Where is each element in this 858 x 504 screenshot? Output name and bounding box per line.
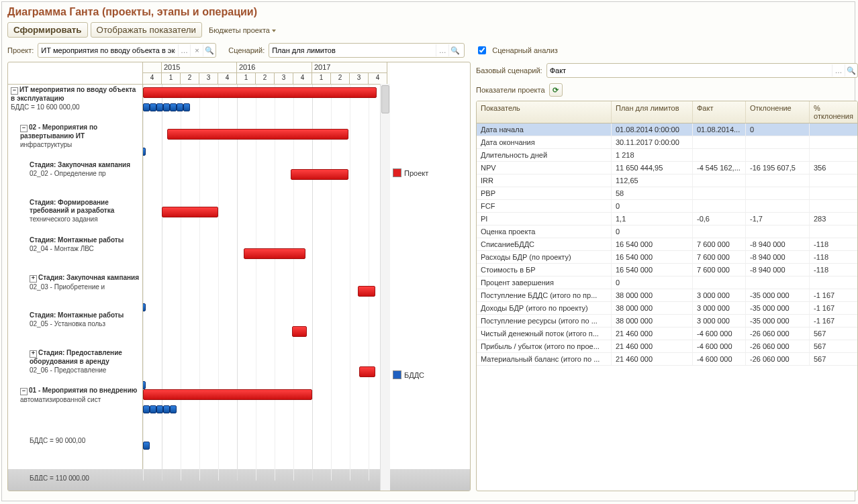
gantt-bdds-seg[interactable] — [183, 103, 190, 111]
gantt-row-label[interactable]: Стадия: Закупочная кампания02_02 - Опред… — [8, 160, 142, 197]
table-row[interactable]: Поступление БДДС (итого по пр...38 000 0… — [477, 289, 857, 302]
scenario-label: Сценарий: — [228, 46, 265, 54]
gantt-row-label[interactable]: +Стадия: Закупочная кампания02_03 - Прио… — [8, 272, 142, 310]
table-header[interactable]: Отклонение — [746, 101, 810, 123]
tree-toggle[interactable]: − — [20, 388, 28, 395]
ellipsis-icon[interactable]: … — [436, 44, 448, 56]
search-icon[interactable]: 🔍 — [448, 44, 461, 56]
table-row[interactable]: Длительность дней1 218 — [477, 149, 857, 162]
table-row[interactable]: PI1,1-0,6-1,7283 — [477, 213, 857, 225]
gantt-row-label[interactable]: −02 - Мероприятия по развертыванию ИТинф… — [8, 122, 142, 160]
table-cell: Поступление БДДС (итого по пр... — [477, 289, 612, 301]
project-input[interactable] — [38, 45, 177, 56]
gantt-row-label[interactable]: Стадия: Формирование требований и разраб… — [8, 197, 142, 235]
gantt-bdds-seg[interactable] — [156, 405, 163, 413]
base-scenario-field[interactable]: … 🔍 — [546, 63, 858, 78]
table-row[interactable]: Материальный баланс (итого по ...21 460 … — [477, 353, 857, 366]
table-row[interactable]: Оценка проекта0 — [477, 225, 857, 238]
table-header[interactable]: План для лимитов — [612, 101, 693, 123]
gantt-row-label[interactable]: Стадия: Монтажные работы02_05 - Установк… — [8, 310, 142, 348]
project-label: Проект: — [7, 46, 34, 54]
tree-toggle[interactable]: − — [20, 125, 28, 132]
gantt-bar[interactable] — [359, 366, 375, 377]
table-header[interactable]: Показатель — [477, 101, 612, 123]
vertical-scrollbar[interactable] — [380, 84, 390, 491]
table-row[interactable]: Поступление ресурсы (итого по ...38 000 … — [477, 315, 857, 327]
table-row[interactable]: Доходы БДР (итого по проекту)38 000 0003… — [477, 302, 857, 315]
base-scenario-input[interactable] — [547, 65, 832, 76]
gantt-bdds-seg[interactable] — [143, 405, 150, 413]
gantt-bar[interactable] — [358, 286, 375, 297]
table-row[interactable]: Расходы БДР (по проекту)16 540 0007 600 … — [477, 251, 857, 264]
table-cell — [810, 123, 857, 136]
gantt-bdds-seg[interactable] — [170, 103, 177, 111]
gantt-bdds-seg[interactable] — [150, 103, 156, 111]
gantt-bar[interactable] — [244, 248, 305, 259]
table-cell: -118 — [810, 251, 857, 263]
gantt-row-label[interactable]: БДДС = 90 000,00 — [8, 423, 142, 460]
scenario-field[interactable]: … 🔍 — [269, 43, 465, 58]
indicators-table[interactable]: ПоказательПлан для лимитовФактОтклонение… — [476, 101, 858, 491]
table-cell: Материальный баланс (итого по ... — [477, 353, 612, 365]
table-cell: -1 167 — [810, 289, 857, 301]
table-row[interactable]: PBP58 — [477, 187, 857, 200]
table-cell: -4 600 000 — [693, 340, 746, 352]
table-header[interactable]: Факт — [693, 101, 746, 123]
table-row[interactable]: СписаниеБДДС16 540 0007 600 000-8 940 00… — [477, 238, 857, 251]
gantt-bar[interactable] — [291, 169, 348, 180]
toggle-indicators-button[interactable]: Отображать показатели — [91, 22, 202, 38]
tree-toggle[interactable]: + — [30, 350, 37, 358]
refresh-button[interactable]: ⟳ — [549, 83, 563, 97]
gantt-bar[interactable] — [167, 129, 348, 140]
gantt-row-label[interactable]: Стадия: Монтажные работы02_04 - Монтаж Л… — [8, 235, 142, 272]
gantt-bar[interactable] — [143, 87, 377, 98]
gantt-bdds-seg[interactable] — [177, 103, 183, 111]
project-field[interactable]: … × 🔍 — [38, 43, 216, 58]
gantt-row-label[interactable]: +Стадия: Предоставление оборудования в а… — [8, 348, 142, 385]
budgets-dropdown[interactable]: Бюджеты проекта — [205, 24, 280, 36]
tree-toggle[interactable]: + — [30, 275, 37, 283]
gantt-bar[interactable] — [292, 326, 307, 337]
table-row[interactable]: FCF0 — [477, 200, 857, 213]
table-row[interactable]: Прибыль / убыток (итого по прое...21 460… — [477, 340, 857, 353]
table-cell: -1 167 — [810, 302, 857, 314]
table-row[interactable]: Дата окончания30.11.2017 0:00:00 — [477, 136, 857, 149]
table-row[interactable]: Процент завершения0 — [477, 276, 857, 289]
gantt-bar[interactable] — [143, 389, 312, 400]
legend: Проект БДДС — [390, 62, 470, 491]
table-cell: 3 000 000 — [693, 315, 746, 327]
gantt-bdds-seg[interactable] — [163, 103, 170, 111]
gantt-bdds-seg[interactable] — [170, 405, 177, 413]
gantt-chart[interactable]: −ИТ мероприятия по вводу объекта в экспл… — [7, 62, 471, 491]
gantt-row-label[interactable]: −ИТ мероприятия по вводу объекта в экспл… — [8, 85, 142, 122]
gantt-bdds-seg[interactable] — [163, 405, 170, 413]
table-cell: -118 — [810, 264, 857, 276]
clear-icon[interactable]: × — [190, 44, 203, 56]
table-row[interactable]: IRR112,65 — [477, 174, 857, 187]
tree-toggle[interactable]: − — [11, 87, 18, 95]
generate-button[interactable]: Сформировать — [7, 22, 88, 38]
search-icon[interactable]: 🔍 — [845, 64, 857, 77]
gantt-bar[interactable] — [162, 207, 218, 217]
scenario-input[interactable] — [269, 45, 436, 56]
gantt-bdds-seg[interactable] — [143, 103, 150, 111]
table-row[interactable]: Стоимость в БР16 540 0007 600 000-8 940 … — [477, 264, 857, 276]
ellipsis-icon[interactable]: … — [178, 44, 191, 56]
ellipsis-icon[interactable]: … — [832, 64, 845, 77]
table-row[interactable]: Дата начала01.08.2014 0:00:0001.08.2014.… — [477, 123, 857, 136]
table-cell: 30.11.2017 0:00:00 — [612, 136, 693, 148]
table-row[interactable]: NPV11 650 444,95-4 545 162,...-16 195 60… — [477, 162, 857, 174]
scenario-analysis-checkbox[interactable] — [478, 46, 486, 54]
table-cell: Дата начала — [477, 123, 612, 136]
table-cell: Дата окончания — [477, 136, 612, 148]
table-cell — [810, 225, 857, 238]
gantt-bdds-seg[interactable] — [143, 442, 150, 450]
gantt-bdds-seg[interactable] — [156, 103, 163, 111]
gantt-bdds-seg[interactable] — [150, 405, 156, 413]
table-cell — [810, 200, 857, 212]
gantt-bdds-seg[interactable] — [143, 148, 146, 156]
table-row[interactable]: Чистый денежный поток (итого п...21 460 … — [477, 327, 857, 340]
gantt-row-label[interactable]: −01 - Мероприятия по внедрениюавтоматизи… — [8, 385, 142, 423]
search-icon[interactable]: 🔍 — [203, 44, 216, 56]
table-header[interactable]: % отклонения — [810, 101, 857, 123]
